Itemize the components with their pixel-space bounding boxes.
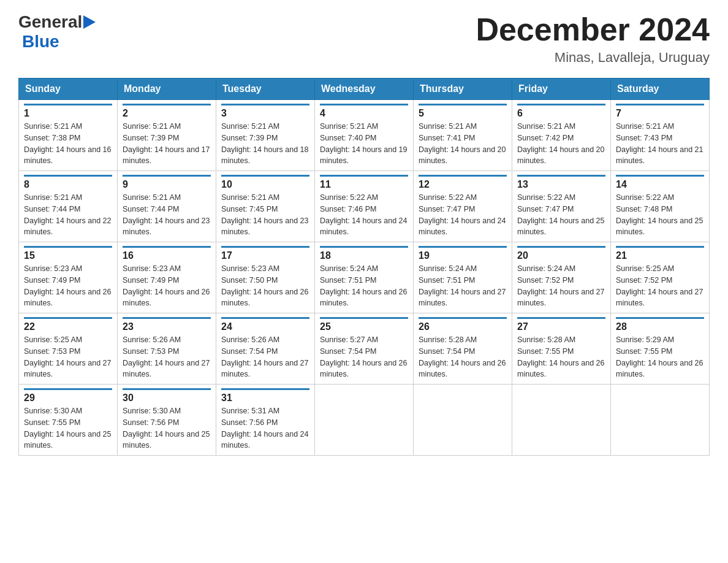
day-info: Sunrise: 5:30 AMSunset: 7:55 PMDaylight:… <box>24 405 112 451</box>
calendar-cell-day-20: 20Sunrise: 5:24 AMSunset: 7:52 PMDayligh… <box>512 242 611 313</box>
weekday-header-sunday: Sunday <box>19 79 118 100</box>
calendar-cell-day-22: 22Sunrise: 5:25 AMSunset: 7:53 PMDayligh… <box>19 313 118 385</box>
day-number: 22 <box>24 317 112 332</box>
calendar-cell-day-1: 1Sunrise: 5:21 AMSunset: 7:38 PMDaylight… <box>19 100 118 171</box>
day-info: Sunrise: 5:28 AMSunset: 7:55 PMDaylight:… <box>517 334 605 380</box>
day-info: Sunrise: 5:21 AMSunset: 7:42 PMDaylight:… <box>517 121 605 167</box>
calendar-cell-day-11: 11Sunrise: 5:22 AMSunset: 7:46 PMDayligh… <box>315 171 414 242</box>
location-title: Minas, Lavalleja, Uruguay <box>476 50 710 66</box>
calendar-cell-day-empty <box>512 385 611 456</box>
day-number: 25 <box>320 317 408 332</box>
day-info: Sunrise: 5:21 AMSunset: 7:39 PMDaylight:… <box>123 121 211 167</box>
calendar-cell-day-16: 16Sunrise: 5:23 AMSunset: 7:49 PMDayligh… <box>118 242 216 313</box>
day-number: 10 <box>221 175 309 190</box>
day-info: Sunrise: 5:23 AMSunset: 7:50 PMDaylight:… <box>221 263 309 309</box>
calendar-cell-day-26: 26Sunrise: 5:28 AMSunset: 7:54 PMDayligh… <box>414 313 512 385</box>
day-number: 31 <box>221 388 309 404</box>
calendar-cell-day-empty <box>315 385 414 456</box>
calendar-cell-day-28: 28Sunrise: 5:29 AMSunset: 7:55 PMDayligh… <box>611 313 710 385</box>
day-info: Sunrise: 5:21 AMSunset: 7:40 PMDaylight:… <box>320 121 408 167</box>
calendar-cell-day-14: 14Sunrise: 5:22 AMSunset: 7:48 PMDayligh… <box>611 171 710 242</box>
calendar-cell-day-12: 12Sunrise: 5:22 AMSunset: 7:47 PMDayligh… <box>414 171 512 242</box>
logo: General Blue <box>18 12 96 52</box>
day-info: Sunrise: 5:28 AMSunset: 7:54 PMDaylight:… <box>419 334 507 380</box>
calendar-cell-day-17: 17Sunrise: 5:23 AMSunset: 7:50 PMDayligh… <box>216 242 315 313</box>
day-info: Sunrise: 5:21 AMSunset: 7:43 PMDaylight:… <box>616 121 704 167</box>
day-number: 5 <box>419 104 507 119</box>
day-number: 9 <box>123 175 211 190</box>
day-info: Sunrise: 5:24 AMSunset: 7:52 PMDaylight:… <box>517 263 605 309</box>
day-info: Sunrise: 5:29 AMSunset: 7:55 PMDaylight:… <box>616 334 704 380</box>
logo-blue-text: Blue <box>22 32 59 51</box>
calendar-cell-day-15: 15Sunrise: 5:23 AMSunset: 7:49 PMDayligh… <box>19 242 118 313</box>
day-info: Sunrise: 5:23 AMSunset: 7:49 PMDaylight:… <box>123 263 211 309</box>
day-number: 3 <box>221 104 309 119</box>
calendar-cell-day-9: 9Sunrise: 5:21 AMSunset: 7:44 PMDaylight… <box>118 171 216 242</box>
day-info: Sunrise: 5:25 AMSunset: 7:52 PMDaylight:… <box>616 263 704 309</box>
day-info: Sunrise: 5:21 AMSunset: 7:38 PMDaylight:… <box>24 121 112 167</box>
calendar-cell-day-7: 7Sunrise: 5:21 AMSunset: 7:43 PMDaylight… <box>611 100 710 171</box>
calendar-cell-day-27: 27Sunrise: 5:28 AMSunset: 7:55 PMDayligh… <box>512 313 611 385</box>
day-number: 2 <box>123 104 211 119</box>
weekday-header-saturday: Saturday <box>611 79 710 100</box>
day-info: Sunrise: 5:24 AMSunset: 7:51 PMDaylight:… <box>419 263 507 309</box>
day-number: 4 <box>320 104 408 119</box>
month-title: December 2024 <box>476 12 710 47</box>
day-info: Sunrise: 5:21 AMSunset: 7:44 PMDaylight:… <box>123 192 211 238</box>
day-info: Sunrise: 5:21 AMSunset: 7:39 PMDaylight:… <box>221 121 309 167</box>
calendar-cell-day-23: 23Sunrise: 5:26 AMSunset: 7:53 PMDayligh… <box>118 313 216 385</box>
day-info: Sunrise: 5:25 AMSunset: 7:53 PMDaylight:… <box>24 334 112 380</box>
day-number: 15 <box>24 246 112 261</box>
calendar-cell-day-3: 3Sunrise: 5:21 AMSunset: 7:39 PMDaylight… <box>216 100 315 171</box>
day-number: 19 <box>419 246 507 261</box>
day-info: Sunrise: 5:24 AMSunset: 7:51 PMDaylight:… <box>320 263 408 309</box>
day-info: Sunrise: 5:22 AMSunset: 7:47 PMDaylight:… <box>517 192 605 238</box>
calendar-cell-day-29: 29Sunrise: 5:30 AMSunset: 7:55 PMDayligh… <box>19 385 118 456</box>
calendar-cell-day-25: 25Sunrise: 5:27 AMSunset: 7:54 PMDayligh… <box>315 313 414 385</box>
day-number: 1 <box>24 104 112 119</box>
day-number: 12 <box>419 175 507 190</box>
logo-general-text: General <box>18 12 82 32</box>
day-info: Sunrise: 5:26 AMSunset: 7:54 PMDaylight:… <box>221 334 309 380</box>
day-number: 11 <box>320 175 408 190</box>
day-number: 20 <box>517 246 605 261</box>
week-row-5: 29Sunrise: 5:30 AMSunset: 7:55 PMDayligh… <box>19 385 710 456</box>
day-info: Sunrise: 5:22 AMSunset: 7:46 PMDaylight:… <box>320 192 408 238</box>
calendar-cell-day-24: 24Sunrise: 5:26 AMSunset: 7:54 PMDayligh… <box>216 313 315 385</box>
day-number: 18 <box>320 246 408 261</box>
calendar-cell-day-13: 13Sunrise: 5:22 AMSunset: 7:47 PMDayligh… <box>512 171 611 242</box>
day-number: 8 <box>24 175 112 190</box>
day-number: 30 <box>123 388 211 404</box>
week-row-2: 8Sunrise: 5:21 AMSunset: 7:44 PMDaylight… <box>19 171 710 242</box>
week-row-3: 15Sunrise: 5:23 AMSunset: 7:49 PMDayligh… <box>19 242 710 313</box>
day-number: 16 <box>123 246 211 261</box>
logo-triangle-icon <box>83 15 96 29</box>
calendar-cell-day-5: 5Sunrise: 5:21 AMSunset: 7:41 PMDaylight… <box>414 100 512 171</box>
day-info: Sunrise: 5:23 AMSunset: 7:49 PMDaylight:… <box>24 263 112 309</box>
calendar-cell-day-10: 10Sunrise: 5:21 AMSunset: 7:45 PMDayligh… <box>216 171 315 242</box>
weekday-header-tuesday: Tuesday <box>216 79 315 100</box>
day-number: 23 <box>123 317 211 332</box>
title-section: December 2024 Minas, Lavalleja, Uruguay <box>476 12 710 66</box>
day-number: 6 <box>517 104 605 119</box>
svg-marker-0 <box>83 15 96 29</box>
day-number: 27 <box>517 317 605 332</box>
calendar-cell-day-empty <box>611 385 710 456</box>
day-number: 24 <box>221 317 309 332</box>
day-number: 7 <box>616 104 704 119</box>
calendar-cell-day-19: 19Sunrise: 5:24 AMSunset: 7:51 PMDayligh… <box>414 242 512 313</box>
weekday-header-monday: Monday <box>118 79 216 100</box>
calendar-cell-day-18: 18Sunrise: 5:24 AMSunset: 7:51 PMDayligh… <box>315 242 414 313</box>
weekday-header-row: SundayMondayTuesdayWednesdayThursdayFrid… <box>19 79 710 100</box>
week-row-4: 22Sunrise: 5:25 AMSunset: 7:53 PMDayligh… <box>19 313 710 385</box>
calendar-cell-day-31: 31Sunrise: 5:31 AMSunset: 7:56 PMDayligh… <box>216 385 315 456</box>
day-number: 21 <box>616 246 704 261</box>
day-number: 17 <box>221 246 309 261</box>
day-number: 26 <box>419 317 507 332</box>
day-info: Sunrise: 5:22 AMSunset: 7:48 PMDaylight:… <box>616 192 704 238</box>
day-info: Sunrise: 5:30 AMSunset: 7:56 PMDaylight:… <box>123 405 211 451</box>
calendar-table: SundayMondayTuesdayWednesdayThursdayFrid… <box>18 78 710 456</box>
day-info: Sunrise: 5:22 AMSunset: 7:47 PMDaylight:… <box>419 192 507 238</box>
calendar-cell-day-empty <box>414 385 512 456</box>
weekday-header-wednesday: Wednesday <box>315 79 414 100</box>
